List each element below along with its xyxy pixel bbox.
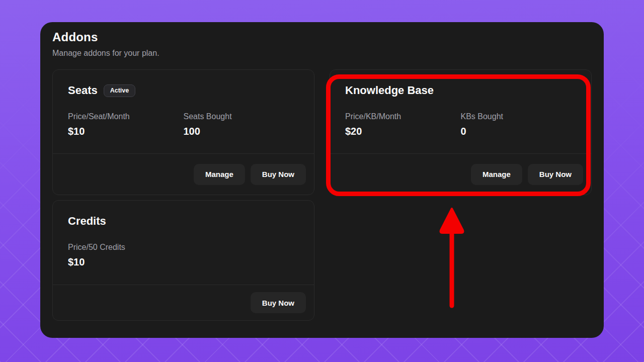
credits-card: Credits Price/50 Credits $10 Buy Now [52,200,314,321]
knowledge-base-card-footer: Manage Buy Now [330,153,591,195]
seats-bought-stat: Seats Bought 100 [184,112,299,137]
knowledge-base-card: Knowledge Base Price/KB/Month $20 KBs Bo… [330,69,592,195]
credits-buy-now-button[interactable]: Buy Now [251,292,306,313]
seats-title-row: Seats Active [68,84,299,97]
seats-card-footer: Manage Buy Now [53,153,314,195]
seats-price-stat: Price/Seat/Month $10 [68,112,184,137]
knowledge-base-card-title: Knowledge Base [345,84,434,97]
seats-stats: Price/Seat/Month $10 Seats Bought 100 [68,112,299,137]
stat-value: $20 [345,126,461,137]
stat-value: 0 [461,126,577,137]
knowledge-base-manage-button[interactable]: Manage [471,164,522,185]
knowledge-base-stats: Price/KB/Month $20 KBs Bought 0 [345,112,576,137]
seats-card-title: Seats [68,84,98,97]
stat-value: $10 [68,126,184,137]
kb-bought-stat: KBs Bought 0 [461,112,577,137]
seats-card: Seats Active Price/Seat/Month $10 Seats … [52,69,314,195]
seats-card-body: Seats Active Price/Seat/Month $10 Seats … [53,70,314,153]
addons-cards-grid: Seats Active Price/Seat/Month $10 Seats … [52,69,592,321]
knowledge-base-buy-now-button[interactable]: Buy Now [528,164,583,185]
knowledge-base-title-row: Knowledge Base [345,84,576,97]
seats-manage-button[interactable]: Manage [194,164,245,185]
credits-title-row: Credits [68,215,299,228]
seats-buy-now-button[interactable]: Buy Now [251,164,306,185]
stat-label: Seats Bought [184,112,299,121]
stat-value: $10 [68,256,184,268]
credits-card-body: Credits Price/50 Credits $10 [53,201,314,285]
addons-panel: Addons Manage addons for your plan. Seat… [40,22,604,338]
stat-label: Price/KB/Month [345,112,461,121]
stat-label: Price/50 Credits [68,243,184,252]
page-title: Addons [52,30,592,44]
knowledge-base-card-body: Knowledge Base Price/KB/Month $20 KBs Bo… [330,70,591,153]
stat-label: KBs Bought [461,112,577,121]
credits-price-stat: Price/50 Credits $10 [68,243,184,268]
stat-value: 100 [184,126,299,137]
credits-stats: Price/50 Credits $10 [68,243,299,268]
kb-price-stat: Price/KB/Month $20 [345,112,461,137]
credits-card-title: Credits [68,215,106,228]
credits-card-footer: Buy Now [53,285,314,320]
page-subtitle: Manage addons for your plan. [52,49,592,58]
active-badge: Active [104,84,136,97]
stat-label: Price/Seat/Month [68,112,184,121]
